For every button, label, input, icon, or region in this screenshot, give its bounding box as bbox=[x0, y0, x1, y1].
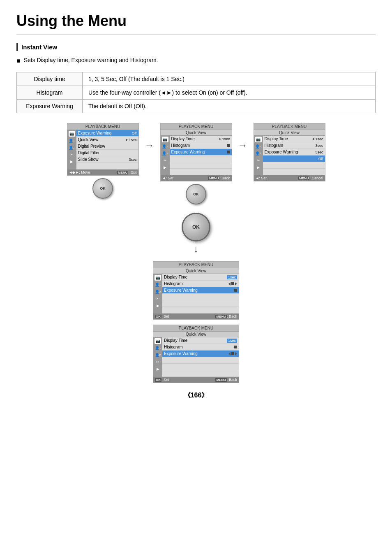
row-value bbox=[234, 346, 237, 348]
menu-icons-5: 📷 👤1 👤2 ✂ ▶ bbox=[153, 337, 162, 377]
ok-circle-2[interactable]: OK bbox=[186, 184, 206, 204]
menu-row-preview: Digital Preview bbox=[76, 143, 138, 150]
row-label: Histogram bbox=[164, 281, 228, 286]
icon-scissors: ✂ bbox=[255, 158, 262, 163]
menu-footer-4: OK: Set MENU: Back bbox=[153, 313, 239, 319]
row-label: Digital Preview bbox=[78, 144, 137, 149]
footer-ok4: OK: Set bbox=[155, 314, 169, 318]
menu-icons-3: 📷 👤1 👤2 ✂ ▶ bbox=[254, 136, 263, 175]
footer-set: ◄: Set bbox=[162, 176, 173, 180]
icon-user1: 👤1 bbox=[154, 345, 161, 351]
menu-row-displaytime: Display Time 1sec bbox=[170, 136, 232, 142]
menu-row-empty2 bbox=[162, 300, 239, 307]
row-value: 1sec bbox=[227, 339, 237, 343]
row-value bbox=[227, 144, 230, 147]
menu-row-off3: Off bbox=[263, 156, 325, 162]
icon-scissors: ✂ bbox=[154, 359, 161, 365]
screen-group-3: PLAYBACK MENU Quick View 📷 👤1 👤2 ✂ ▶ Dis… bbox=[254, 123, 325, 181]
table-row: Exposure Warning The default is Off (Off… bbox=[17, 100, 376, 113]
page-title: Using the Menu bbox=[16, 12, 376, 35]
menu-rows-3: Display Time 1sec Histogram 3sec Exposur… bbox=[263, 136, 325, 175]
icon-user1: 👤1 bbox=[69, 138, 75, 144]
menu-row-displaytime3: Display Time 1sec bbox=[263, 136, 325, 142]
menu-subtitle-2: Quick View bbox=[161, 130, 232, 136]
menu-header-1: PLAYBACK MENU bbox=[67, 123, 138, 130]
row-label: Histogram bbox=[265, 143, 316, 148]
menu-row-empty bbox=[263, 162, 325, 169]
icon-user2: 👤2 bbox=[154, 289, 161, 295]
icon-camera: 📷 bbox=[162, 137, 168, 142]
footer-ok5: OK: Set bbox=[155, 378, 169, 382]
section-bar bbox=[16, 43, 18, 51]
ok-circle-large[interactable]: OK bbox=[182, 213, 210, 241]
menu-header-2: PLAYBACK MENU bbox=[161, 123, 232, 130]
menu-row-filter: Digital Filter bbox=[76, 150, 138, 156]
ok-btn-2: OK bbox=[186, 184, 206, 204]
menu-row-empty3 bbox=[170, 169, 232, 175]
menu-row-exposure: Exposure Warning Off bbox=[76, 130, 138, 137]
row-value bbox=[228, 352, 237, 355]
menu-row-slideshow: Slide Show 3sec bbox=[76, 156, 138, 163]
row-value: 1sec bbox=[125, 138, 136, 142]
menu-rows-2: Display Time 1sec Histogram Exposure War… bbox=[170, 136, 232, 175]
menu-row-empty3 bbox=[162, 307, 239, 313]
menu-row-empty3 bbox=[162, 370, 239, 377]
menu-row-hist5: Histogram bbox=[162, 344, 239, 351]
row-label: Exposure Warning bbox=[164, 351, 228, 356]
table-cell-label: Exposure Warning bbox=[17, 100, 83, 113]
intro-description: Sets Display time, Exposure warning and … bbox=[24, 57, 158, 63]
icon-user1: 👤1 bbox=[162, 144, 168, 149]
row-label: Exposure Warning bbox=[171, 150, 227, 154]
menu-row-empty2 bbox=[170, 162, 232, 169]
menu-subtitle-4: Quick View bbox=[153, 268, 239, 274]
row-value: Off bbox=[318, 157, 323, 161]
table-cell-label: Histogram bbox=[17, 86, 83, 100]
menu-row-exposure3: Exposure Warning 5sec bbox=[263, 149, 325, 156]
bullet-icon: ■ bbox=[16, 57, 21, 65]
menu-footer-5: OK: Set MENU: Back bbox=[153, 377, 239, 383]
menu-footer-2: ◄: Set MENU: Back bbox=[161, 175, 232, 181]
row-value: 5sec bbox=[315, 150, 323, 154]
menu-screen-5: PLAYBACK MENU Quick View 📷 👤1 👤2 ✂ ▶ Dis… bbox=[153, 325, 239, 383]
footer-set3: ◄: Set bbox=[256, 176, 267, 180]
footer-back5: MENU: Back bbox=[215, 378, 237, 382]
menu-row-histogram: Histogram bbox=[170, 142, 232, 149]
row-label: Histogram bbox=[171, 143, 227, 148]
menu-screen-2: PLAYBACK MENU Quick View 📷 👤1 👤2 ✂ ▶ Dis… bbox=[160, 123, 232, 181]
icon-scissors: ✂ bbox=[69, 152, 75, 158]
icon-user1: 👤1 bbox=[154, 282, 161, 288]
menu-row-empty bbox=[162, 294, 239, 300]
icon-user2: 👤2 bbox=[69, 145, 75, 151]
menu-screen-3: PLAYBACK MENU Quick View 📷 👤1 👤2 ✂ ▶ Dis… bbox=[254, 123, 325, 181]
row-value: 1sec bbox=[219, 137, 230, 141]
menu-row-empty2 bbox=[263, 169, 325, 175]
menu-row-hist4: Histogram bbox=[162, 281, 239, 287]
arrow-right-2: → bbox=[236, 139, 249, 151]
icon-play: ▶ bbox=[154, 303, 161, 309]
icon-user1: 👤1 bbox=[255, 144, 262, 149]
section-label: Instant View bbox=[16, 43, 376, 51]
screens-row-top: PLAYBACK MENU 📷 👤1 👤2 ✂ ▶ Exposure Warni… bbox=[16, 123, 376, 204]
menu-header-5: PLAYBACK MENU bbox=[153, 325, 239, 332]
row-value: 3sec bbox=[129, 158, 136, 162]
icon-camera: 📷 bbox=[154, 275, 161, 281]
row-label: Display Time bbox=[164, 275, 227, 279]
table-row: Histogram Use the four-way controller (◄… bbox=[17, 86, 376, 100]
table-row: Display time 1, 3, 5 Sec, Off (The defau… bbox=[17, 72, 376, 86]
ok-circle-1[interactable]: OK bbox=[92, 178, 113, 199]
table-cell-label: Display time bbox=[17, 72, 83, 86]
menu-subtitle-5: Quick View bbox=[153, 332, 239, 337]
menu-row-exposure2: Exposure Warning bbox=[170, 149, 232, 156]
menu-rows-5: Display Time 1sec Histogram Exposure War… bbox=[162, 337, 239, 377]
menu-row-exp4: Exposure Warning bbox=[162, 287, 239, 294]
menu-row-quickview: Quick View 1sec bbox=[76, 137, 138, 143]
bottom-screens: PLAYBACK MENU Quick View 📷 👤1 👤2 ✂ ▶ Dis… bbox=[16, 261, 376, 383]
screen-group-1: PLAYBACK MENU 📷 👤1 👤2 ✂ ▶ Exposure Warni… bbox=[67, 123, 139, 199]
row-label: Display Time bbox=[265, 137, 313, 141]
row-label: Histogram bbox=[164, 345, 234, 349]
row-label: Display Time bbox=[164, 338, 227, 343]
row-value bbox=[228, 282, 237, 286]
menu-row-empty bbox=[162, 357, 239, 364]
icon-user2: 👤2 bbox=[255, 151, 262, 156]
row-value: 1sec bbox=[312, 137, 323, 141]
